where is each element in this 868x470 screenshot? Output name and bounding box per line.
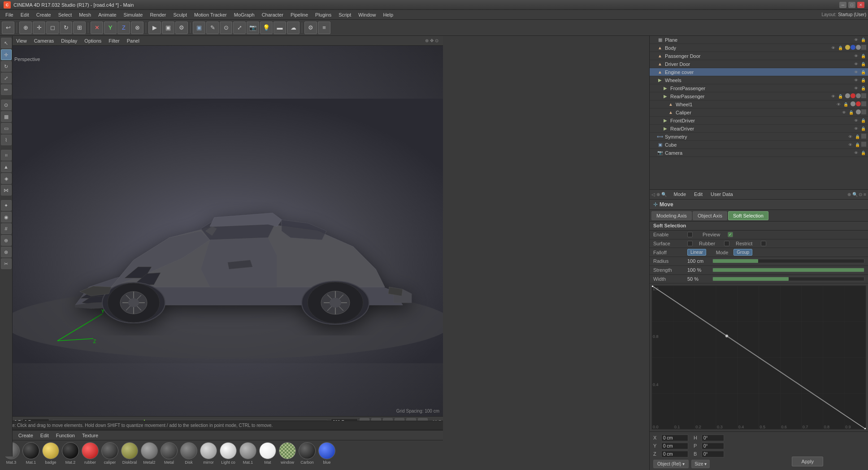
menu-pipeline[interactable]: Pipeline bbox=[287, 11, 312, 18]
lt-extrude[interactable]: ▲ bbox=[1, 161, 12, 172]
menu-select[interactable]: Select bbox=[55, 11, 76, 18]
mat-swatch-mat-13[interactable]: Mat bbox=[259, 442, 276, 465]
lt-bevel[interactable]: ◈ bbox=[1, 173, 12, 184]
p-input[interactable] bbox=[702, 443, 724, 449]
select-tool[interactable]: ⊕ bbox=[19, 22, 32, 34]
rotate-tool[interactable]: ↻ bbox=[60, 22, 72, 34]
lt-rotate[interactable]: ↻ bbox=[1, 61, 12, 72]
obj-row-engine-cover[interactable]: ▲ Engine cover 👁 🔒 bbox=[650, 68, 868, 76]
vp-menu-cameras[interactable]: Cameras bbox=[32, 37, 56, 44]
tab-soft-selection[interactable]: Soft Selection bbox=[728, 211, 768, 220]
lt-bridge[interactable]: ⋈ bbox=[1, 185, 12, 196]
menu-simulate[interactable]: Simulate bbox=[120, 11, 147, 18]
curve-canvas[interactable] bbox=[652, 286, 866, 429]
menu-sculpt[interactable]: Sculpt bbox=[169, 11, 191, 18]
obj-ctrl-lock-caliper[interactable]: 🔒 bbox=[848, 109, 854, 116]
menu-script[interactable]: Script bbox=[335, 11, 355, 18]
obj-row-front-passenger[interactable]: ▶ FrontPassenger 👁 🔒 bbox=[650, 84, 868, 92]
tab-modeling-axis[interactable]: Modeling Axis bbox=[651, 211, 692, 220]
obj-row-wheel1[interactable]: ▲ Wheel1 👁 🔒 bbox=[650, 100, 868, 109]
transform-tool[interactable]: ⊞ bbox=[73, 22, 86, 34]
render-btn[interactable]: ▶ bbox=[148, 22, 161, 34]
render-region-btn[interactable]: ▣ bbox=[162, 22, 174, 34]
obj-ctrl-lock-plane[interactable]: 🔒 bbox=[860, 37, 866, 43]
obj-ctrl-eye-fp[interactable]: 👁 bbox=[853, 85, 859, 91]
obj-rel-dropdown[interactable]: Object (Rel) ▾ bbox=[653, 460, 689, 468]
mat-swatch-light-co-11[interactable]: Light co bbox=[220, 442, 237, 465]
obj-row-passenger-door[interactable]: ▲ Passenger Door 👁 🔒 bbox=[650, 52, 868, 60]
obj-ctrl-eye-plane[interactable]: 👁 bbox=[853, 37, 859, 43]
menu-render[interactable]: Render bbox=[146, 11, 169, 18]
mat-swatch-metal-8[interactable]: Metal bbox=[161, 442, 178, 465]
obj-ctrl-eye-fd[interactable]: 👁 bbox=[853, 118, 859, 124]
obj-ctrl-lock-fd[interactable]: 🔒 bbox=[860, 118, 866, 124]
mat-texture[interactable]: Texture bbox=[80, 432, 100, 439]
menu-character[interactable]: Character bbox=[258, 11, 287, 18]
obj-ctrl-lock-pdoor[interactable]: 🔒 bbox=[860, 53, 866, 59]
obj-ctrl-lock-engine[interactable]: 🔒 bbox=[860, 69, 866, 75]
mat-swatch-mat-1-1[interactable]: Mat.1 bbox=[22, 442, 39, 465]
lt-snap[interactable]: ⊕ bbox=[1, 235, 12, 246]
mat-edit[interactable]: Edit bbox=[39, 432, 51, 439]
lt-poly-sel[interactable]: ▦ bbox=[1, 111, 12, 122]
mat-swatch-diskbral-6[interactable]: Diskbral bbox=[121, 442, 138, 465]
obj-ctrl-lock-wheel1[interactable]: 🔒 bbox=[842, 101, 849, 108]
width-bar[interactable] bbox=[712, 277, 864, 281]
lt-magnet[interactable]: ✦ bbox=[1, 200, 12, 211]
x-axis-btn[interactable]: ✕ bbox=[91, 22, 103, 34]
obj-row-rear-driver[interactable]: ▶ RearDriver 👁 🔒 bbox=[650, 125, 868, 133]
menu-window[interactable]: Window bbox=[355, 11, 379, 18]
obj-ctrl-lock-fp[interactable]: 🔒 bbox=[860, 85, 866, 91]
mat-swatch-metal2-7[interactable]: Metal2 bbox=[141, 442, 158, 465]
lt-move[interactable]: ✛ bbox=[1, 49, 12, 60]
deform-btn[interactable]: ⤢ bbox=[233, 22, 246, 34]
x-input[interactable] bbox=[661, 435, 688, 441]
maximize-button[interactable]: □ bbox=[848, 2, 855, 8]
obj-ctrl-lock-cc[interactable]: 🔒 bbox=[854, 142, 860, 148]
obj-ctrl-lock-wheels[interactable]: 🔒 bbox=[860, 77, 866, 83]
falloff-curve-area[interactable] bbox=[651, 285, 866, 430]
obj-row-camera[interactable]: 📷 Camera 👁 🔒 bbox=[650, 149, 868, 157]
obj-row-rear-passenger[interactable]: ▶ RearPassenger 👁 🔒 bbox=[650, 92, 868, 100]
vp-menu-filter[interactable]: Filter bbox=[107, 37, 121, 44]
menu-mograph[interactable]: MoGraph bbox=[230, 11, 258, 18]
z-input[interactable] bbox=[661, 451, 688, 457]
h-input[interactable] bbox=[702, 435, 724, 441]
falloff-dropdown[interactable]: Linear bbox=[687, 249, 706, 256]
mat-swatch-blue-16[interactable]: blue bbox=[318, 442, 335, 465]
z-axis-btn[interactable]: Z bbox=[117, 22, 130, 34]
obj-ctrl-eye-wheels[interactable]: 👁 bbox=[853, 77, 859, 83]
obj-ctrl-lock-rp[interactable]: 🔒 bbox=[837, 93, 843, 100]
mat-swatch-mat-2-3[interactable]: Mat.2 bbox=[62, 442, 79, 465]
mat-swatch-mat-1-12[interactable]: Mat.1 bbox=[239, 442, 256, 465]
obj-ctrl-eye-pdoor[interactable]: 👁 bbox=[853, 53, 859, 59]
mat-create[interactable]: Create bbox=[17, 432, 35, 439]
vp-menu-options[interactable]: Options bbox=[82, 37, 103, 44]
mode-btn[interactable]: ≡ bbox=[318, 22, 330, 34]
lt-smooth[interactable]: ◉ bbox=[1, 212, 12, 222]
menu-create[interactable]: Create bbox=[33, 11, 55, 18]
minimize-button[interactable]: ─ bbox=[839, 2, 846, 8]
obj-row-caliper[interactable]: ▲ Caliper 👁 🔒 bbox=[650, 109, 868, 117]
lt-loop-sel[interactable]: ⊙ bbox=[1, 100, 12, 110]
lt-grid[interactable]: # bbox=[1, 223, 12, 234]
lt-weld[interactable]: ⊗ bbox=[1, 247, 12, 257]
lt-knife[interactable]: ✂ bbox=[1, 258, 12, 269]
menu-mesh[interactable]: Mesh bbox=[75, 11, 95, 18]
size-dropdown[interactable]: Size ▾ bbox=[691, 460, 710, 468]
mat-swatch-badge-2[interactable]: badge bbox=[42, 442, 59, 465]
mat-swatch-rubber-4[interactable]: rubber bbox=[82, 442, 99, 465]
obj-ctrl-lock-body[interactable]: 🔒 bbox=[837, 45, 843, 51]
mat-swatch-mirror-10[interactable]: mirror bbox=[200, 442, 217, 465]
undo-button[interactable]: ↩ bbox=[2, 22, 14, 34]
obj-row-front-driver[interactable]: ▶ FrontDriver 👁 🔒 bbox=[650, 117, 868, 125]
tab-object-axis[interactable]: Object Axis bbox=[693, 211, 727, 220]
obj-ctrl-eye-caliper[interactable]: 👁 bbox=[841, 109, 847, 116]
mat-function[interactable]: Function bbox=[54, 432, 77, 439]
move-tool[interactable]: ✛ bbox=[33, 22, 45, 34]
floor-btn[interactable]: ▬ bbox=[273, 22, 286, 34]
enable-checkbox[interactable] bbox=[687, 232, 693, 237]
vp-menu-display[interactable]: Display bbox=[59, 37, 79, 44]
mat-swatch-window-14[interactable]: window bbox=[279, 442, 296, 465]
menu-plugins[interactable]: Plugins bbox=[312, 11, 335, 18]
